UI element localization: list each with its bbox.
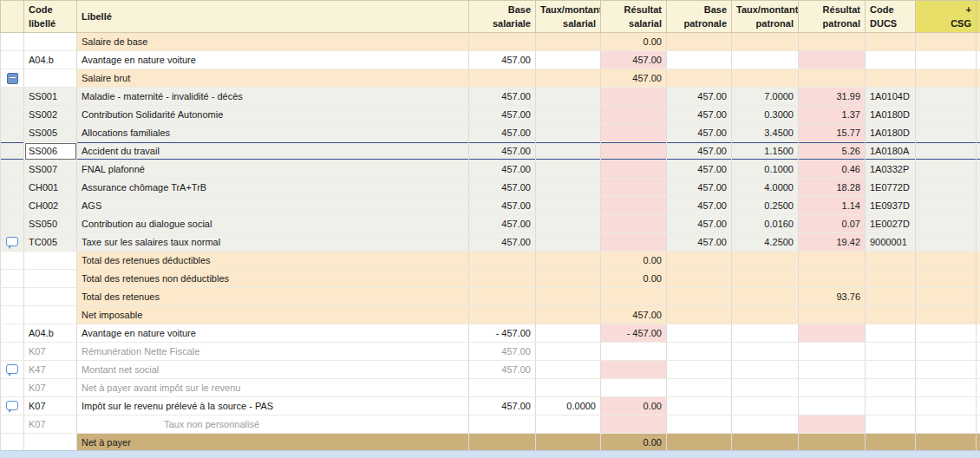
row-libelle-cell[interactable]: Maladie - maternité - invalidité - décès bbox=[77, 88, 469, 106]
row-extra-cell[interactable] bbox=[977, 379, 980, 397]
row-extra-cell[interactable] bbox=[977, 88, 980, 106]
row-resultat-patronal-cell[interactable] bbox=[799, 415, 866, 434]
row-resultat-patronal-cell[interactable] bbox=[799, 379, 866, 397]
row-base-patronale-cell[interactable] bbox=[667, 361, 732, 379]
table-row[interactable]: Net à payer 0.00 bbox=[1, 434, 980, 452]
table-row[interactable]: A04.b Avantage en nature voiture - 457.0… bbox=[1, 324, 980, 343]
row-taux-patronal-cell[interactable] bbox=[732, 397, 799, 415]
row-extra-cell[interactable] bbox=[977, 124, 980, 142]
row-extra-cell[interactable] bbox=[977, 288, 980, 306]
row-taux-salarial-cell[interactable] bbox=[536, 270, 601, 288]
row-code-ducs-cell[interactable] bbox=[866, 361, 916, 379]
row-taux-salarial-cell[interactable] bbox=[536, 142, 601, 160]
row-code-cell[interactable]: SS002 bbox=[24, 106, 77, 124]
row-base-patronale-cell[interactable] bbox=[667, 51, 732, 69]
header-base-patronale[interactable]: Base patronale bbox=[667, 1, 732, 33]
row-resultat-patronal-cell[interactable] bbox=[799, 69, 866, 88]
row-resultat-salarial-cell[interactable] bbox=[601, 288, 667, 306]
row-taux-patronal-cell[interactable]: 4.2500 bbox=[732, 233, 799, 252]
row-taux-salarial-cell[interactable] bbox=[536, 379, 601, 397]
row-resultat-salarial-cell[interactable] bbox=[601, 88, 667, 106]
comment-bubble-icon[interactable] bbox=[6, 364, 18, 374]
row-taux-patronal-cell[interactable] bbox=[732, 434, 799, 452]
row-icon-cell[interactable] bbox=[1, 434, 24, 452]
row-icon-cell[interactable] bbox=[1, 252, 24, 270]
comment-bubble-icon[interactable] bbox=[6, 401, 18, 410]
row-resultat-patronal-cell[interactable]: 0.46 bbox=[799, 160, 866, 179]
row-code-cell[interactable] bbox=[24, 288, 77, 306]
header-taux-montant-salarial[interactable]: Taux/montant salarial bbox=[536, 1, 601, 33]
row-code-ducs-cell[interactable]: 1A0180D bbox=[866, 106, 916, 124]
row-resultat-patronal-cell[interactable]: 19.42 bbox=[799, 233, 866, 252]
row-code-ducs-cell[interactable] bbox=[866, 434, 916, 452]
row-base-salariale-cell[interactable] bbox=[469, 415, 536, 434]
row-csg-cell[interactable] bbox=[916, 252, 977, 270]
row-resultat-patronal-cell[interactable] bbox=[799, 361, 866, 379]
row-icon-cell[interactable] bbox=[1, 106, 24, 124]
row-code-ducs-cell[interactable] bbox=[866, 252, 916, 270]
row-code-ducs-cell[interactable] bbox=[866, 324, 916, 343]
row-extra-cell[interactable] bbox=[977, 142, 980, 160]
row-base-patronale-cell[interactable] bbox=[667, 306, 732, 324]
row-taux-patronal-cell[interactable]: 0.0160 bbox=[732, 215, 799, 233]
header-code-ducs[interactable]: Code DUCS bbox=[866, 1, 916, 33]
row-taux-salarial-cell[interactable] bbox=[536, 160, 601, 179]
row-base-patronale-cell[interactable] bbox=[667, 343, 732, 361]
row-taux-patronal-cell[interactable] bbox=[732, 343, 799, 361]
header-base-salariale[interactable]: Base salariale bbox=[469, 1, 536, 33]
row-icon-cell[interactable] bbox=[1, 343, 24, 361]
row-csg-cell[interactable] bbox=[916, 434, 977, 452]
row-resultat-patronal-cell[interactable]: 1.14 bbox=[799, 197, 866, 215]
row-code-cell[interactable]: K07 bbox=[24, 379, 77, 397]
row-resultat-patronal-cell[interactable] bbox=[799, 306, 866, 324]
row-code-ducs-cell[interactable] bbox=[866, 69, 916, 88]
row-code-ducs-cell[interactable]: 1A0180D bbox=[866, 124, 916, 142]
row-taux-patronal-cell[interactable] bbox=[732, 252, 799, 270]
row-icon-cell[interactable] bbox=[1, 142, 24, 160]
row-taux-patronal-cell[interactable]: 0.2500 bbox=[732, 197, 799, 215]
row-code-ducs-cell[interactable] bbox=[866, 397, 916, 415]
row-csg-cell[interactable] bbox=[916, 324, 977, 343]
row-code-cell[interactable]: K47 bbox=[24, 361, 77, 379]
header-extra-column[interactable]: + t bbox=[977, 1, 980, 33]
row-taux-patronal-cell[interactable] bbox=[732, 361, 799, 379]
row-csg-cell[interactable] bbox=[916, 106, 977, 124]
row-csg-cell[interactable] bbox=[916, 88, 977, 106]
row-taux-patronal-cell[interactable] bbox=[732, 306, 799, 324]
row-extra-cell[interactable] bbox=[977, 33, 980, 51]
table-row[interactable]: SS005 Allocations familiales 457.00 457.… bbox=[1, 124, 980, 142]
table-row[interactable]: K07 Impôt sur le revenu prélevé à la sou… bbox=[1, 397, 980, 415]
row-resultat-salarial-cell[interactable] bbox=[601, 343, 667, 361]
row-taux-salarial-cell[interactable] bbox=[536, 361, 601, 379]
row-base-salariale-cell[interactable]: 457.00 bbox=[469, 51, 536, 69]
row-resultat-patronal-cell[interactable] bbox=[799, 270, 866, 288]
row-base-patronale-cell[interactable]: 457.00 bbox=[667, 160, 732, 179]
row-taux-patronal-cell[interactable]: 4.0000 bbox=[732, 179, 799, 197]
header-resultat-patronal[interactable]: Résultat patronal bbox=[799, 1, 866, 33]
row-code-ducs-cell[interactable] bbox=[866, 288, 916, 306]
row-libelle-cell[interactable]: Salaire de base bbox=[77, 33, 469, 51]
row-resultat-salarial-cell[interactable] bbox=[601, 106, 667, 124]
row-extra-cell[interactable] bbox=[977, 252, 980, 270]
row-extra-cell[interactable] bbox=[977, 51, 980, 69]
row-base-patronale-cell[interactable] bbox=[667, 415, 732, 434]
row-base-patronale-cell[interactable] bbox=[667, 434, 732, 452]
row-csg-cell[interactable] bbox=[916, 270, 977, 288]
row-resultat-salarial-cell[interactable]: 457.00 bbox=[601, 51, 667, 69]
row-resultat-patronal-cell[interactable]: 0.07 bbox=[799, 215, 866, 233]
table-row[interactable]: TC005 Taxe sur les salaires taux normal … bbox=[1, 233, 980, 252]
row-extra-cell[interactable] bbox=[977, 434, 980, 452]
row-code-ducs-cell[interactable]: 1E0937D bbox=[866, 197, 916, 215]
row-code-ducs-cell[interactable]: 1A0180A bbox=[866, 142, 916, 160]
row-libelle-cell[interactable]: Allocations familiales bbox=[77, 124, 469, 142]
row-base-salariale-cell[interactable]: 457.00 bbox=[469, 179, 536, 197]
row-base-salariale-cell[interactable]: 457.00 bbox=[469, 142, 536, 160]
row-code-ducs-cell[interactable] bbox=[866, 343, 916, 361]
table-row[interactable]: Net imposable 457.00 bbox=[1, 306, 980, 324]
row-base-patronale-cell[interactable] bbox=[667, 288, 732, 306]
row-extra-cell[interactable] bbox=[977, 215, 980, 233]
row-taux-patronal-cell[interactable]: 3.4500 bbox=[732, 124, 799, 142]
row-base-patronale-cell[interactable] bbox=[667, 324, 732, 343]
row-resultat-patronal-cell[interactable] bbox=[799, 33, 866, 51]
row-resultat-salarial-cell[interactable] bbox=[601, 160, 667, 179]
